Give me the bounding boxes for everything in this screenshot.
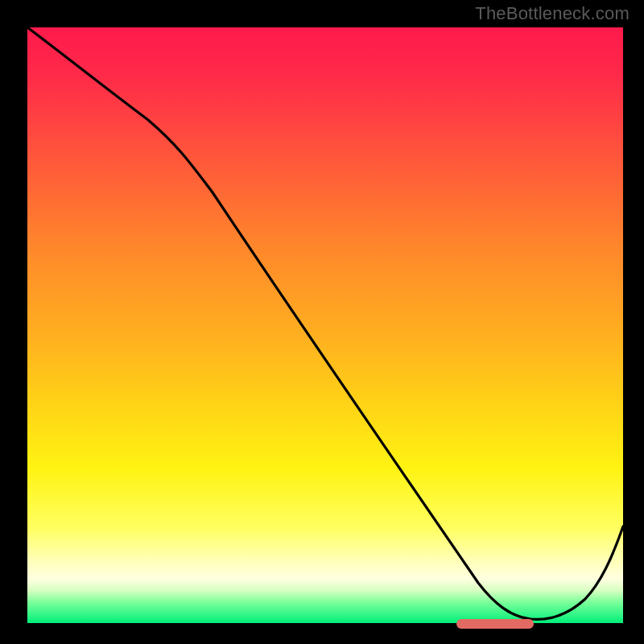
- optimal-range-marker: [456, 619, 534, 629]
- chart-root: TheBottleneck.com: [0, 0, 644, 644]
- watermark-text: TheBottleneck.com: [475, 3, 630, 24]
- gradient-background: [27, 27, 623, 623]
